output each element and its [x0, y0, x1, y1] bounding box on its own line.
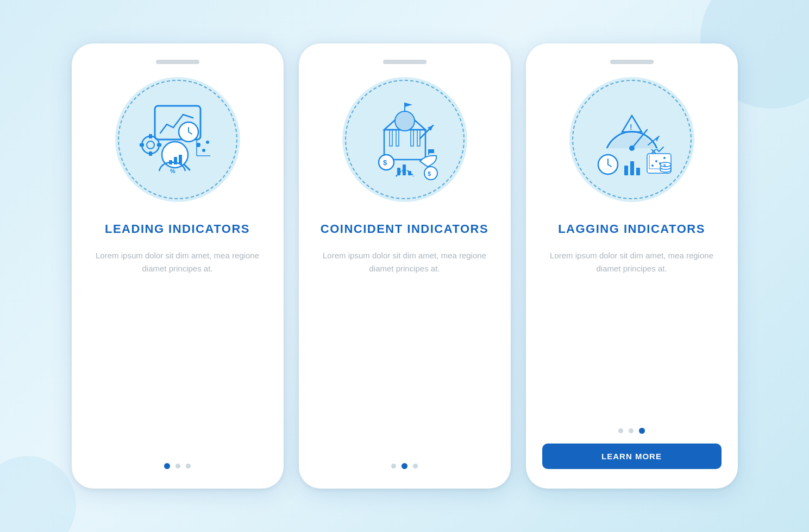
lagging-title: LAGGING INDICATORS [558, 221, 705, 237]
coincident-dots [391, 463, 418, 469]
lagging-description: Lorem ipsum dolor sit dim amet, mea regi… [542, 249, 722, 275]
coincident-description: Lorem ipsum dolor sit dim amet, mea regi… [315, 249, 494, 275]
phone-card-leading: % LEADING INDICATORS Lorem ipsum dolor s… [72, 43, 284, 489]
dot-3b [413, 464, 418, 468]
cards-container: % LEADING INDICATORS Lorem ipsum dolor s… [72, 43, 738, 489]
lagging-dots [618, 428, 645, 434]
dot-2b [402, 463, 407, 469]
dot-1c [618, 428, 623, 433]
leading-description: Lorem ipsum dolor sit dim amet, mea regi… [88, 249, 267, 275]
leading-dots [164, 463, 191, 469]
phone-notch [156, 60, 199, 64]
coincident-title: COINCIDENT INDICATORS [321, 221, 488, 237]
dot-1 [164, 463, 170, 469]
dashed-ring-3 [572, 80, 692, 199]
leading-title: LEADING INDICATORS [105, 221, 250, 237]
illustration-leading: % [115, 77, 240, 202]
illustration-lagging: ! [569, 77, 694, 202]
illustration-coincident: $ $ [342, 77, 467, 202]
learn-more-button[interactable]: LEARN MORE [542, 444, 722, 469]
dashed-ring [118, 80, 237, 199]
phone-notch-3 [610, 60, 654, 64]
dot-2c [629, 428, 634, 433]
dot-3c [639, 428, 645, 434]
dot-1b [391, 464, 396, 468]
phone-card-coincident: $ $ COINCIDENT INDICATORS Lorem ipsum [299, 43, 511, 489]
dot-3 [186, 464, 191, 468]
dashed-ring-2 [345, 80, 465, 199]
phone-card-lagging: ! [526, 43, 738, 489]
phone-notch-2 [383, 60, 427, 64]
dot-2 [175, 464, 180, 468]
